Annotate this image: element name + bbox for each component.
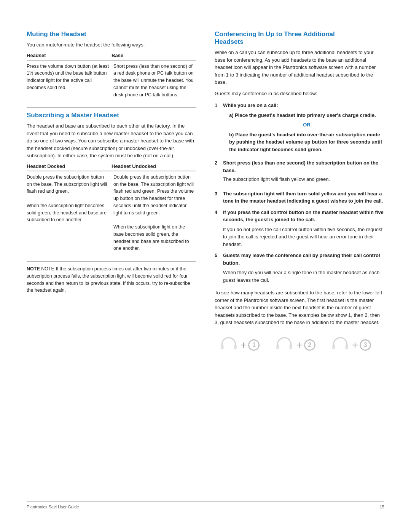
step4-num: 4 [215, 209, 220, 248]
footer: Plantronics Savi User Guide 15 [27, 501, 384, 509]
svg-rect-0 [221, 344, 223, 349]
subscribing-cell2: Double press the subscription button on … [113, 174, 196, 252]
plus-3: + [352, 339, 358, 351]
step1a-label: a) [229, 112, 235, 118]
footer-brand: Plantronics Savi User Guide [27, 505, 79, 509]
headset-group-3: + 3 [330, 335, 371, 355]
muting-table-body: Press the volume down button (at least 1… [27, 63, 196, 99]
number-circle-1: 1 [248, 339, 260, 351]
step2-num: 2 [215, 159, 220, 186]
step3-content: The subscription light will then turn so… [223, 190, 384, 205]
step-3: 3 The subscription light will then turn … [215, 190, 384, 205]
right-column: Conferencing In Up to Three Additional H… [215, 30, 384, 490]
number-1: 1 [252, 342, 256, 348]
step-2: 2 Short press (less than one second) the… [215, 159, 384, 186]
step2-content: Short press (less than one second) the s… [223, 159, 384, 186]
number-2: 2 [308, 342, 311, 348]
note-label: NOTE [27, 266, 40, 272]
step1b-label: b) [229, 132, 235, 137]
step3-bold: The subscription light will then turn so… [223, 191, 383, 204]
muting-table: Headset Base Press the volume down butto… [27, 53, 196, 99]
step2-plain: The subscription light will flash yellow… [223, 176, 384, 183]
svg-rect-3 [290, 344, 292, 349]
number-circle-2: 2 [304, 339, 315, 351]
svg-rect-1 [234, 344, 237, 349]
step4-bold: If you press the call control button on … [223, 209, 384, 223]
columns: Muting the Headset You can mute/unmute t… [27, 30, 384, 490]
step-4: 4 If you press the call control button o… [215, 209, 384, 248]
subscribing-col2-header: Headset Undocked [112, 163, 196, 169]
step1-num: 1 [215, 102, 220, 155]
headset-group-2: + 2 [274, 335, 315, 355]
headset-icons-row: + 1 + 2 [215, 335, 384, 355]
plus-2: + [296, 339, 302, 351]
headset-icon-2 [274, 335, 295, 355]
left-column: Muting the Headset You can mute/unmute t… [27, 30, 196, 490]
page: Muting the Headset You can mute/unmute t… [0, 0, 411, 532]
step1b-bold: Place the guest's headset into over-the-… [229, 132, 382, 152]
step4-plain: If you do not press the call control but… [223, 226, 384, 248]
muting-cell2: Short press (less than one second) of a … [113, 63, 196, 99]
step5-plain: When they do you will hear a single tone… [223, 269, 384, 284]
conferencing-title: Conferencing In Up to Three Additional H… [215, 30, 384, 46]
step1-content: While you are on a call: a) Place the gu… [223, 102, 384, 155]
subscribing-table-body: Double press the subscription button on … [27, 174, 196, 252]
headset-group-1: + 1 [218, 335, 260, 355]
subscribing-title: Subscribing a Master Headset [27, 112, 196, 119]
divider2 [27, 261, 196, 262]
headset-icon-3 [330, 335, 350, 355]
divider1 [27, 107, 196, 108]
plus-1: + [241, 339, 247, 351]
headset-icon-1 [218, 335, 239, 355]
step3-num: 3 [215, 190, 220, 205]
guests-intro: Guests may conference in as described be… [215, 90, 384, 97]
subscribing-section: Subscribing a Master Headset The headset… [27, 112, 196, 252]
step1a: a) Place the guest's headset into primar… [223, 112, 384, 119]
steps-list: 1 While you are on a call: a) Place the … [215, 102, 384, 284]
muting-cell1: Press the volume down button (at least 1… [27, 63, 110, 99]
page-number: 15 [380, 505, 384, 509]
note-text: NOTE NOTE If the subscription process ti… [27, 265, 196, 294]
subscribing-col1-header: Headset Docked [27, 163, 112, 169]
subscribing-table-header: Headset Docked Headset Undocked [27, 163, 196, 171]
or-label: OR [229, 121, 384, 129]
subscribing-intro: The headset and base are subscribed to e… [27, 122, 196, 160]
step1-bold: While you are on a call: [223, 102, 278, 108]
subscribing-cell1: Double press the subscription button on … [27, 174, 110, 252]
step5-num: 5 [215, 252, 220, 284]
muting-intro: You can mute/unmute the headset the foll… [27, 41, 196, 49]
muting-table-header: Headset Base [27, 53, 196, 61]
step-5: 5 Guests may leave the conference call b… [215, 252, 384, 284]
step5-bold: Guests may leave the conference call by … [223, 252, 380, 266]
muting-col2-header: Base [112, 53, 196, 58]
conferencing-title-line2: Headsets [215, 38, 244, 45]
step1a-bold: Place the guest's headset into primary u… [235, 112, 376, 118]
number-circle-3: 3 [360, 339, 371, 351]
conferencing-intro: While on a call you can subscribe up to … [215, 49, 384, 86]
step4-content: If you press the call control button on … [223, 209, 384, 248]
note-content: NOTE If the subscription process times o… [27, 266, 190, 293]
conferencing-title-line1: Conferencing In Up to Three Additional [215, 30, 335, 38]
step-1: 1 While you are on a call: a) Place the … [215, 102, 384, 155]
svg-rect-4 [332, 344, 335, 349]
muting-col1-header: Headset [27, 53, 112, 58]
svg-rect-2 [277, 344, 279, 349]
subscribing-table: Headset Docked Headset Undocked Double p… [27, 163, 196, 252]
number-3: 3 [364, 342, 367, 348]
step5-content: Guests may leave the conference call by … [223, 252, 384, 284]
step1b: b) Place the guest's headset into over-t… [223, 131, 384, 153]
muting-section: Muting the Headset You can mute/unmute t… [27, 30, 196, 98]
svg-rect-5 [345, 344, 348, 349]
step2-bold: Short press (less than one second) the s… [223, 160, 378, 173]
outro-text: To see how many headsets are subscribed … [215, 289, 384, 326]
muting-title: Muting the Headset [27, 30, 196, 38]
